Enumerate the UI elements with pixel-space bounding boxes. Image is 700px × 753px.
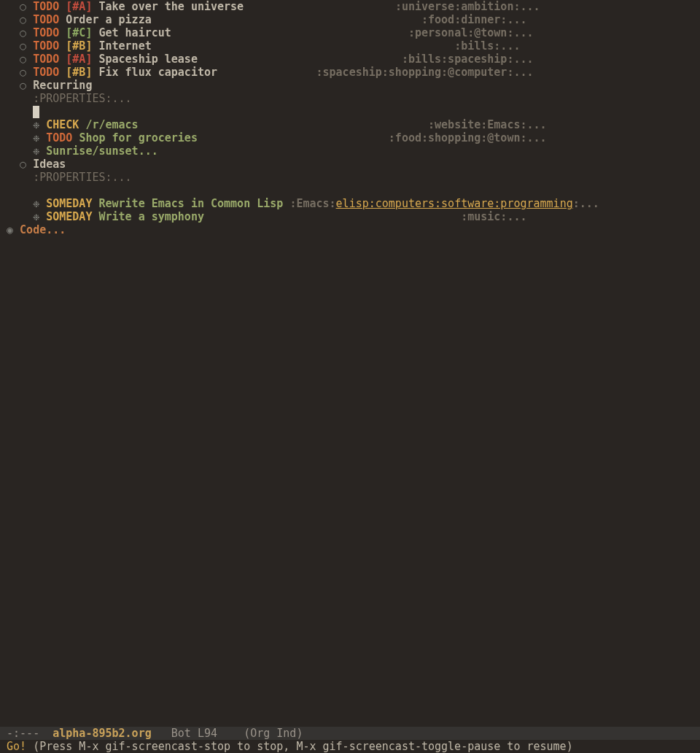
tags: :bills:spaceship:... (402, 53, 534, 66)
bullet-icon: ❉ (33, 118, 46, 131)
org-heading[interactable]: ○ Ideas (0, 158, 700, 171)
org-heading[interactable]: ❉ Sunrise/sunset... (0, 144, 700, 158)
tags: :personal:@town:... (408, 26, 534, 39)
tags: :food:dinner:... (421, 13, 527, 26)
tags: :spaceship:shopping:@computer:... (316, 66, 534, 79)
org-heading[interactable]: ❉ TODO Shop for groceries :food:shopping… (0, 131, 700, 144)
todo-keyword: TODO (33, 39, 59, 53)
tags: :Emacs: (289, 197, 335, 210)
todo-keyword: TODO (33, 66, 59, 79)
heading-title: Sunrise/sunset... (46, 144, 158, 158)
heading-title: Ideas (33, 158, 66, 171)
editor-buffer[interactable]: ○ TODO [#A] Take over the universe :univ… (0, 0, 700, 236)
bullet-icon: ○ (20, 0, 33, 13)
tags: :music:... (461, 210, 526, 223)
priority: [#A] (66, 53, 92, 66)
priority: [#B] (66, 66, 92, 79)
bullet-icon: ❉ (33, 131, 46, 144)
org-heading[interactable]: ○ TODO [#A] Spaceship lease :bills:space… (0, 53, 700, 66)
todo-keyword: TODO (33, 13, 59, 26)
properties-drawer[interactable]: :PROPERTIES:... (0, 92, 700, 105)
heading-title: Spaceship lease (98, 53, 197, 66)
bullet-icon: ❉ (33, 197, 46, 210)
priority: [#C] (66, 26, 92, 39)
tags: :food:shopping:@town:... (389, 131, 547, 144)
tags: :... (573, 197, 599, 210)
todo-keyword: SOMEDAY (46, 197, 92, 210)
heading-title: Take over the universe (98, 0, 244, 13)
heading-title: Fix flux capacitor (98, 66, 217, 79)
heading-title: Rewrite Emacs in Common Lisp (98, 197, 289, 210)
tags: :bills:... (454, 39, 520, 53)
heading-title: Shop for groceries (79, 131, 198, 144)
heading-title: Recurring (33, 79, 92, 92)
bullet-icon: ❉ (33, 144, 46, 158)
org-heading[interactable]: ◉ Code... (0, 223, 700, 236)
priority: [#A] (66, 0, 92, 13)
heading-title: Order a pizza (66, 13, 151, 26)
bullet-icon: ○ (20, 79, 33, 92)
bullet-icon: ○ (20, 39, 33, 53)
tag-link[interactable]: elisp:computers:software:programming (336, 197, 573, 210)
org-heading[interactable]: ○ TODO [#A] Take over the universe :univ… (0, 0, 700, 13)
heading-title: Code... (20, 223, 66, 236)
heading-title: Internet (98, 39, 151, 53)
org-heading[interactable]: ❉ CHECK /r/emacs :website:Emacs:... (0, 118, 700, 131)
drawer-label: :PROPERTIES:... (33, 171, 131, 184)
org-heading[interactable]: ○ TODO Order a pizza :food:dinner:... (0, 13, 700, 26)
modeline-filename: alpha-895b2.org (52, 727, 151, 740)
org-heading[interactable]: ○ TODO [#B] Internet :bills:... (0, 39, 700, 53)
minibuffer-message: (Press M-x gif-screencast-stop to stop, … (26, 740, 573, 753)
todo-keyword: TODO (33, 53, 59, 66)
heading-title: Get haircut (98, 26, 171, 39)
todo-keyword: SOMEDAY (46, 210, 92, 223)
todo-keyword: TODO (33, 0, 59, 13)
org-heading[interactable]: ○ TODO [#C] Get haircut :personal:@town:… (0, 26, 700, 39)
todo-keyword: TODO (46, 131, 72, 144)
cursor-line[interactable] (0, 105, 700, 118)
bullet-icon: ❉ (33, 210, 46, 223)
org-heading[interactable]: ❉ SOMEDAY Rewrite Emacs in Common Lisp :… (0, 197, 700, 210)
heading-title: /r/emacs (85, 118, 138, 131)
tags: :website:Emacs:... (428, 118, 547, 131)
mode-line: -:--- alpha-895b2.org Bot L94 (Org Ind) (0, 727, 700, 740)
bullet-icon: ○ (20, 66, 33, 79)
org-heading[interactable]: ○ TODO [#B] Fix flux capacitor :spaceshi… (0, 66, 700, 79)
org-heading[interactable]: ○ Recurring (0, 79, 700, 92)
properties-drawer[interactable]: :PROPERTIES:... (0, 171, 700, 184)
org-heading[interactable]: ❉ SOMEDAY Write a symphony :music:... (0, 210, 700, 223)
modeline-status: -:--- (0, 727, 52, 740)
bullet-icon: ○ (20, 13, 33, 26)
blank-line (0, 184, 700, 197)
modeline-position: Bot L94 (Org Ind) (152, 727, 303, 740)
bullet-icon: ○ (20, 53, 33, 66)
minibuffer: Go! (Press M-x gif-screencast-stop to st… (0, 740, 700, 753)
priority: [#B] (66, 39, 92, 53)
heading-title: Write a symphony (98, 210, 204, 223)
todo-keyword: CHECK (46, 118, 79, 131)
todo-keyword: TODO (33, 26, 59, 39)
bullet-icon: ○ (20, 158, 33, 171)
bullet-icon: ○ (20, 26, 33, 39)
minibuffer-go: Go! (7, 740, 26, 753)
drawer-label: :PROPERTIES:... (33, 92, 131, 105)
bullet-icon: ◉ (7, 223, 20, 236)
tags: :universe:ambition:... (395, 0, 540, 13)
text-cursor (33, 106, 39, 118)
